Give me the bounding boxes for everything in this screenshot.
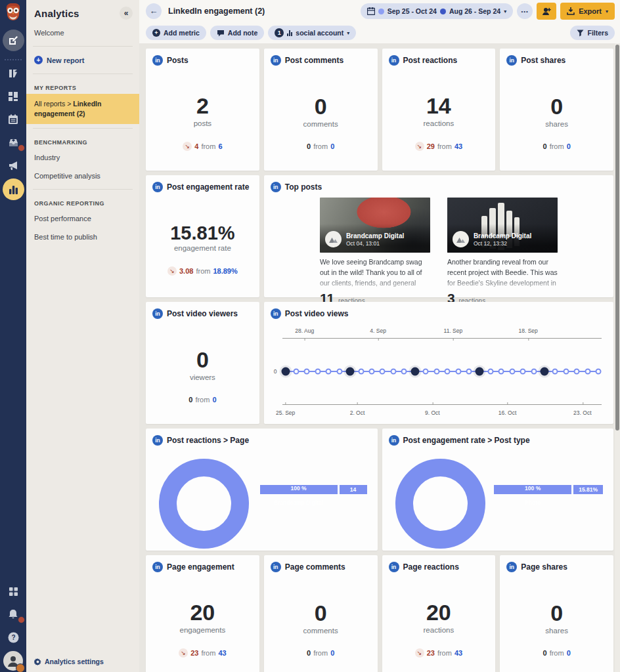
sidebar-item-best-time-to-publish[interactable]: Best time to publish — [26, 228, 139, 246]
export-label: Export — [579, 7, 602, 15]
card-title: Page comments — [285, 562, 345, 572]
legend-entry[interactable]: 100 % Brandcamp Digital — [260, 485, 338, 494]
data-point[interactable] — [445, 369, 451, 375]
nav-streams[interactable] — [0, 64, 26, 83]
data-point[interactable] — [476, 368, 484, 376]
sidebar-item-competitive-analysis[interactable]: Competitive analysis — [26, 167, 139, 185]
social-account-selector[interactable]: 1 social account ▾ — [268, 26, 356, 40]
delta-change: 3.08 — [179, 267, 193, 275]
data-point[interactable] — [294, 369, 299, 375]
account-count-badge: 1 — [275, 28, 284, 37]
sidebar-item-post-performance[interactable]: Post performance — [26, 209, 139, 228]
data-point[interactable] — [531, 369, 537, 375]
nav-inbox[interactable] — [0, 133, 26, 152]
compose-button[interactable] — [3, 30, 24, 51]
export-button[interactable]: Export ▾ — [560, 3, 615, 20]
metric-value: 0 — [315, 602, 327, 625]
data-point[interactable] — [585, 369, 590, 375]
delta-previous: 0 — [212, 396, 216, 404]
primary-range-label: Sep 25 - Oct 24 — [388, 7, 437, 15]
sidebar-item-industry[interactable]: Industry — [26, 148, 139, 167]
svg-text:?: ? — [11, 634, 15, 641]
date-range-picker[interactable]: Sep 25 - Oct 24 Aug 26 - Sep 24 ▾ — [361, 3, 514, 19]
card-page-reactions: inPage reactions 20 reactions ↘ 23 from … — [382, 555, 496, 672]
hootsuite-owl-logo[interactable] — [3, 2, 24, 23]
metric-value: 0 — [196, 348, 209, 372]
filters-button[interactable]: Filters — [570, 26, 615, 40]
data-point[interactable] — [574, 369, 580, 375]
axis-tick: 23. Oct — [573, 410, 591, 416]
top-post-1[interactable]: Brandcamp Digital Oct 04, 13:01 We love … — [320, 198, 430, 306]
card-post-shares: inPost shares 0 shares 0 from 0 — [500, 49, 613, 171]
inbox-icon — [8, 137, 19, 148]
data-point[interactable] — [433, 369, 439, 375]
collapse-sidebar-button[interactable]: « — [120, 7, 133, 20]
sidebar-item-linkedin-engagement[interactable]: All reports > LinkedIn engagement (2) — [26, 94, 139, 124]
data-point[interactable] — [509, 369, 515, 375]
data-point[interactable] — [540, 368, 548, 376]
invite-member-button[interactable] — [537, 3, 556, 20]
mountain-icon — [456, 236, 465, 243]
add-metric-button[interactable]: + Add metric — [146, 26, 206, 40]
data-point[interactable] — [487, 369, 493, 375]
data-point[interactable] — [304, 369, 310, 375]
back-button[interactable]: ← — [146, 3, 162, 19]
card-post-comments: inPost comments 0 comments 0 from 0 — [264, 49, 378, 171]
new-report-button[interactable]: + New report — [26, 51, 139, 70]
video-views-chart: 28. Aug 4. Sep 11. Sep 18. Sep 0 25. Sep… — [264, 319, 613, 424]
add-note-button[interactable]: Add note — [210, 26, 265, 40]
delta-previous: 0 — [567, 649, 571, 657]
metric-unit: engagements — [180, 626, 226, 634]
profile-avatar[interactable] — [3, 651, 23, 671]
plus-icon: + — [34, 56, 43, 64]
card-title: Post reactions — [403, 56, 458, 65]
data-point[interactable] — [380, 369, 386, 375]
more-options-button[interactable]: ••• — [517, 3, 533, 19]
nav-planner[interactable] — [0, 110, 26, 129]
data-point[interactable] — [466, 369, 472, 375]
linkedin-icon: in — [152, 182, 163, 192]
nav-notifications[interactable] — [0, 604, 26, 624]
nav-help[interactable]: ? — [0, 627, 26, 647]
delta-from-word: from — [196, 267, 210, 275]
delta-previous: 6 — [218, 142, 222, 150]
data-point[interactable] — [281, 368, 290, 376]
post-date: Oct 12, 13:32 — [474, 240, 531, 247]
data-point[interactable] — [520, 369, 526, 375]
data-point[interactable] — [455, 369, 461, 375]
nav-dashboards[interactable] — [0, 87, 26, 106]
bars-icon — [287, 30, 292, 36]
data-point[interactable] — [410, 368, 419, 376]
data-point[interactable] — [401, 369, 407, 375]
section-my-reports: MY REPORTS — [26, 78, 139, 94]
delta-change: 29 — [427, 142, 435, 150]
plus-icon: + — [152, 29, 160, 37]
report-path-prefix: All reports > — [34, 100, 71, 108]
data-point[interactable] — [336, 369, 342, 375]
data-point[interactable] — [498, 369, 504, 375]
nav-apps[interactable] — [0, 581, 26, 601]
analytics-settings-button[interactable]: Analytics settings — [26, 651, 139, 672]
data-point[interactable] — [390, 369, 396, 375]
data-point[interactable] — [315, 369, 321, 375]
data-point[interactable] — [563, 369, 569, 375]
data-point[interactable] — [369, 369, 375, 375]
legend-entry[interactable]: 100 % Photo — [494, 485, 571, 494]
data-point[interactable] — [358, 369, 364, 375]
data-point[interactable] — [552, 369, 558, 375]
planner-calendar-icon — [8, 114, 18, 125]
data-point[interactable] — [423, 369, 429, 375]
metric-unit: comments — [303, 627, 338, 635]
post-account-name: Brandcamp Digital — [474, 232, 531, 240]
nav-analytics-active[interactable] — [3, 178, 24, 200]
data-point[interactable] — [326, 369, 332, 375]
data-point[interactable] — [346, 368, 355, 376]
data-point[interactable] — [596, 369, 602, 375]
scrollbar-thumb[interactable] — [615, 45, 619, 430]
axis-tick: 28. Aug — [295, 327, 314, 334]
new-report-label: New report — [47, 56, 84, 64]
legend-label: Brandcamp Digital — [274, 499, 323, 506]
nav-promote[interactable] — [0, 156, 26, 175]
sidebar-item-welcome[interactable]: Welcome — [26, 24, 139, 42]
top-post-2[interactable]: Brandcamp Digital Oct 12, 13:32 Another … — [447, 198, 558, 306]
